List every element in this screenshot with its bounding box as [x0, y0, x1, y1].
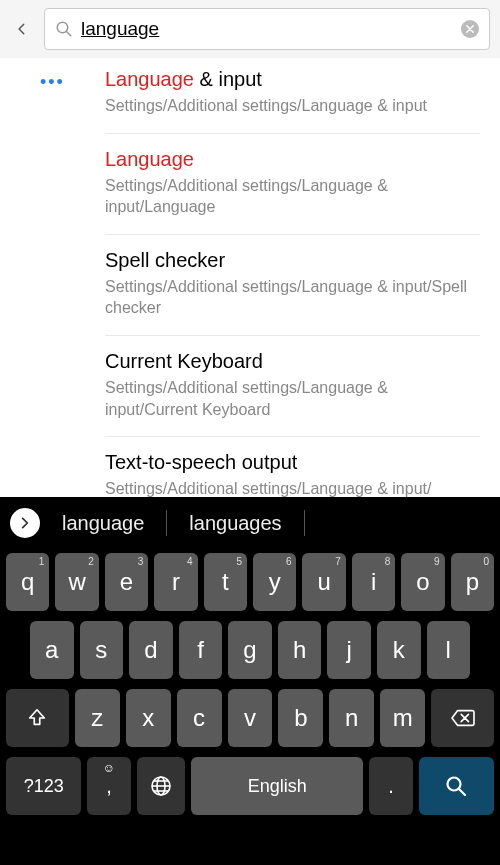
period-key[interactable]: . [369, 757, 412, 815]
key-p[interactable]: p0 [451, 553, 494, 611]
key-v[interactable]: v [228, 689, 273, 747]
search-icon [444, 774, 468, 798]
result-item[interactable]: Spell checkerSettings/Additional setting… [105, 235, 480, 336]
key-u[interactable]: u7 [302, 553, 345, 611]
result-item[interactable]: LanguageSettings/Additional settings/Lan… [105, 134, 480, 235]
key-hint: 0 [484, 556, 490, 567]
key-hint: 5 [236, 556, 242, 567]
result-path: Settings/Additional settings/Language & … [105, 95, 480, 117]
more-button[interactable]: ••• [40, 72, 65, 93]
svg-line-8 [459, 789, 465, 795]
result-title: Language & input [105, 68, 480, 91]
suggestion-separator [304, 510, 305, 536]
result-title: Spell checker [105, 249, 480, 272]
key-r[interactable]: r4 [154, 553, 197, 611]
key-c[interactable]: c [177, 689, 222, 747]
key-w[interactable]: w2 [55, 553, 98, 611]
keyboard: language languages q1w2e3r4t5y6u7i8o9p0 … [0, 497, 500, 865]
key-b[interactable]: b [278, 689, 323, 747]
clear-button[interactable] [461, 20, 479, 38]
result-item[interactable]: Text-to-speech outputSettings/Additional… [105, 437, 480, 498]
key-n[interactable]: n [329, 689, 374, 747]
shift-icon [26, 707, 48, 729]
result-item[interactable]: Language & inputSettings/Additional sett… [105, 58, 480, 134]
svg-line-1 [66, 31, 71, 36]
key-e[interactable]: e3 [105, 553, 148, 611]
key-hint: 2 [88, 556, 94, 567]
result-path: Settings/Additional settings/Language & … [105, 276, 480, 319]
search-box[interactable] [44, 8, 490, 50]
key-d[interactable]: d [129, 621, 173, 679]
key-h[interactable]: h [278, 621, 322, 679]
key-hint: 9 [434, 556, 440, 567]
emoji-icon: ☺ [103, 761, 115, 775]
shift-key[interactable] [6, 689, 69, 747]
result-title: Current Keyboard [105, 350, 480, 373]
chevron-right-icon [18, 516, 32, 530]
key-l[interactable]: l [427, 621, 471, 679]
key-q[interactable]: q1 [6, 553, 49, 611]
key-g[interactable]: g [228, 621, 272, 679]
search-header [0, 0, 500, 58]
key-hint: 4 [187, 556, 193, 567]
search-results: ••• Language & inputSettings/Additional … [0, 58, 500, 498]
key-hint: 1 [39, 556, 45, 567]
result-title: Text-to-speech output [105, 451, 480, 474]
key-hint: 3 [138, 556, 144, 567]
key-hint: 7 [335, 556, 341, 567]
key-t[interactable]: t5 [204, 553, 247, 611]
suggestion-1[interactable]: languages [181, 512, 289, 535]
language-switch-key[interactable] [137, 757, 186, 815]
key-o[interactable]: o9 [401, 553, 444, 611]
search-input[interactable] [81, 18, 453, 40]
key-y[interactable]: y6 [253, 553, 296, 611]
key-a[interactable]: a [30, 621, 74, 679]
expand-suggestions-button[interactable] [10, 508, 40, 538]
result-path: Settings/Additional settings/Language & … [105, 478, 480, 498]
globe-icon [149, 774, 173, 798]
search-icon [55, 20, 73, 38]
backspace-icon [450, 707, 476, 729]
key-i[interactable]: i8 [352, 553, 395, 611]
symbols-key[interactable]: ?123 [6, 757, 81, 815]
key-f[interactable]: f [179, 621, 223, 679]
suggestion-0[interactable]: language [54, 512, 152, 535]
chevron-left-icon [15, 22, 29, 36]
result-path: Settings/Additional settings/Language & … [105, 377, 480, 420]
backspace-key[interactable] [431, 689, 494, 747]
suggestion-bar: language languages [0, 497, 500, 549]
key-hint: 8 [385, 556, 391, 567]
close-icon [466, 25, 474, 33]
key-j[interactable]: j [327, 621, 371, 679]
key-m[interactable]: m [380, 689, 425, 747]
comma-label: , [106, 775, 112, 798]
back-button[interactable] [10, 17, 34, 41]
key-x[interactable]: x [126, 689, 171, 747]
key-hint: 6 [286, 556, 292, 567]
suggestion-separator [166, 510, 167, 536]
key-k[interactable]: k [377, 621, 421, 679]
key-s[interactable]: s [80, 621, 124, 679]
key-z[interactable]: z [75, 689, 120, 747]
result-path: Settings/Additional settings/Language & … [105, 175, 480, 218]
result-item[interactable]: Current KeyboardSettings/Additional sett… [105, 336, 480, 437]
result-title: Language [105, 148, 480, 171]
search-action-key[interactable] [419, 757, 494, 815]
space-key[interactable]: English [191, 757, 363, 815]
comma-key[interactable]: ☺ , [87, 757, 130, 815]
